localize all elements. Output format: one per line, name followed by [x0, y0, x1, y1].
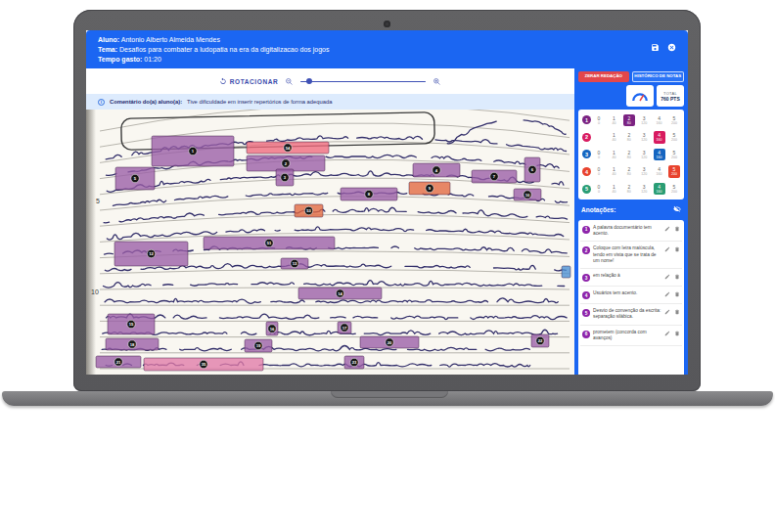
- highlight-annotation[interactable]: 16: [266, 322, 278, 335]
- annotation-item[interactable]: 2Coloque com letra maiúscula, tendo em v…: [580, 242, 682, 269]
- annotation-item[interactable]: 5Desvio de convenção da escrita: separaç…: [580, 304, 682, 325]
- delete-annotation-icon[interactable]: [674, 274, 680, 280]
- score-cell[interactable]: 3120: [638, 114, 650, 127]
- highlight-annotation[interactable]: 6: [524, 157, 540, 182]
- info-icon: i: [98, 99, 105, 106]
- highlight-annotation[interactable]: 23: [344, 356, 364, 369]
- edit-annotation-icon[interactable]: [664, 331, 670, 336]
- highlight-annotation[interactable]: 14: [298, 288, 382, 299]
- score-cell[interactable]: 3120: [638, 131, 650, 144]
- annotation-text: em relação à: [593, 273, 661, 279]
- score-cell[interactable]: 140: [608, 131, 619, 144]
- essay-scan[interactable]: 1542534679810535112131415161718192022213…: [86, 110, 574, 375]
- delete-annotation-icon[interactable]: [674, 291, 680, 297]
- score-cell[interactable]: 4160: [654, 114, 665, 127]
- score-cell[interactable]: 140: [608, 114, 619, 127]
- highlight-annotation[interactable]: 12: [114, 242, 188, 266]
- reset-essay-button[interactable]: ZERAR REDAÇÃO: [578, 71, 629, 82]
- annotation-item[interactable]: 3em relação à: [580, 269, 682, 287]
- highlight-annotation[interactable]: 53: [295, 204, 323, 217]
- score-cell[interactable]: 140: [608, 165, 619, 178]
- highlight-annotation[interactable]: 18: [106, 338, 159, 350]
- score-cell[interactable]: 00: [593, 165, 605, 178]
- highlight-annotation[interactable]: 3: [276, 169, 294, 186]
- edit-annotation-icon[interactable]: [664, 246, 670, 252]
- score-cell[interactable]: 280: [623, 183, 635, 196]
- highlight-annotation[interactable]: [562, 266, 570, 278]
- zoom-in-icon[interactable]: [433, 77, 441, 86]
- score-cell[interactable]: 4160: [654, 165, 665, 178]
- highlight-annotation[interactable]: 10: [514, 189, 541, 200]
- zoom-out-icon[interactable]: [285, 77, 294, 86]
- score-cell[interactable]: 5200: [668, 183, 680, 196]
- zoom-slider-thumb[interactable]: [306, 78, 312, 84]
- competency-score-grid: 1001402803120416052002001402803120416052…: [578, 110, 684, 200]
- svg-text:19: 19: [256, 343, 261, 348]
- score-cell[interactable]: 5200: [668, 114, 680, 127]
- annotation-item[interactable]: 1A palavra documentário tem acento.: [580, 221, 682, 242]
- score-cell[interactable]: 280: [623, 131, 635, 144]
- score-cell[interactable]: 3120: [638, 183, 650, 196]
- score-cell[interactable]: 4160: [654, 131, 665, 144]
- score-cell[interactable]: 4160: [654, 149, 665, 161]
- highlight-annotation[interactable]: 54: [247, 142, 329, 154]
- zoom-slider[interactable]: [300, 77, 426, 85]
- highlight-annotation[interactable]: 15: [108, 314, 155, 334]
- score-cell[interactable]: 280: [623, 165, 635, 178]
- grade-history-button[interactable]: HISTÓRICO DE NOTAS: [632, 71, 685, 82]
- edit-annotation-icon[interactable]: [664, 309, 670, 315]
- laptop-mockup: Aluno: Antonio Alberto Almeida Mendes Te…: [0, 0, 775, 532]
- delete-annotation-icon[interactable]: [674, 246, 680, 252]
- highlight-annotation[interactable]: 17: [338, 322, 351, 333]
- score-cell[interactable]: 00: [593, 183, 605, 196]
- competency-badge: 4: [582, 167, 591, 176]
- delete-annotation-icon[interactable]: [674, 226, 680, 232]
- score-cell[interactable]: 5200: [668, 149, 680, 161]
- edit-annotation-icon[interactable]: [664, 226, 670, 232]
- rotate-button[interactable]: ROTACIONAR: [219, 77, 279, 85]
- annotation-text: Desvio de convenção da escrita: separaçã…: [593, 308, 661, 320]
- score-cell[interactable]: 3120: [638, 149, 650, 161]
- time-line: Tempo gasto: 01:20: [98, 55, 676, 65]
- annotation-number: 6: [582, 331, 590, 338]
- highlight-annotation[interactable]: 1: [152, 136, 234, 166]
- essay-scan-canvas[interactable]: 1542534679810535112131415161718192022213…: [86, 110, 574, 375]
- highlight-annotation[interactable]: 35: [144, 358, 263, 371]
- highlight-annotation[interactable]: 22: [531, 334, 549, 347]
- edit-annotation-icon[interactable]: [664, 274, 670, 280]
- score-cell[interactable]: 00: [593, 114, 605, 127]
- score-cell[interactable]: 4160: [654, 183, 665, 196]
- highlight-annotation[interactable]: 9: [409, 182, 450, 195]
- comment-label: Comentário do(a) aluno(a):: [110, 99, 182, 105]
- save-icon[interactable]: [651, 43, 660, 52]
- document-toolbar: ROTACIONAR: [86, 68, 574, 94]
- annotations-header: Anotações:: [578, 202, 684, 217]
- gauge-icon: [631, 90, 649, 103]
- score-cell[interactable]: 280: [623, 149, 635, 161]
- score-cell[interactable]: 3120: [638, 165, 650, 178]
- svg-text:15: 15: [129, 322, 134, 327]
- delete-annotation-icon[interactable]: [674, 331, 680, 336]
- highlight-annotation[interactable]: 21: [96, 356, 141, 368]
- highlight-annotation[interactable]: 8: [341, 188, 397, 200]
- highlight-annotation[interactable]: 5: [115, 167, 155, 190]
- annotation-item[interactable]: 6prometem (concorda com avanços): [580, 326, 682, 346]
- close-icon[interactable]: [667, 43, 676, 52]
- score-cell[interactable]: 140: [608, 183, 619, 196]
- score-cell[interactable]: 5200: [668, 165, 680, 178]
- score-cell[interactable]: 280: [623, 114, 635, 127]
- annotation-item[interactable]: 4Usuários tem acento.: [580, 287, 682, 304]
- highlight-annotation[interactable]: 4: [413, 163, 460, 177]
- app-header: Aluno: Antonio Alberto Almeida Mendes Te…: [86, 30, 688, 68]
- edit-annotation-icon[interactable]: [664, 291, 670, 297]
- highlight-annotation[interactable]: 7: [472, 170, 517, 183]
- highlight-annotation[interactable]: 13: [281, 258, 308, 269]
- highlight-annotation[interactable]: 51: [204, 237, 335, 249]
- highlight-annotation[interactable]: 19: [245, 339, 272, 352]
- score-cell[interactable]: 140: [608, 149, 619, 161]
- highlight-annotation[interactable]: 20: [360, 336, 419, 348]
- score-cell[interactable]: 00: [593, 149, 605, 161]
- toggle-annotations-visibility-icon[interactable]: [673, 205, 681, 213]
- score-cell[interactable]: 5200: [668, 131, 680, 144]
- delete-annotation-icon[interactable]: [674, 309, 680, 315]
